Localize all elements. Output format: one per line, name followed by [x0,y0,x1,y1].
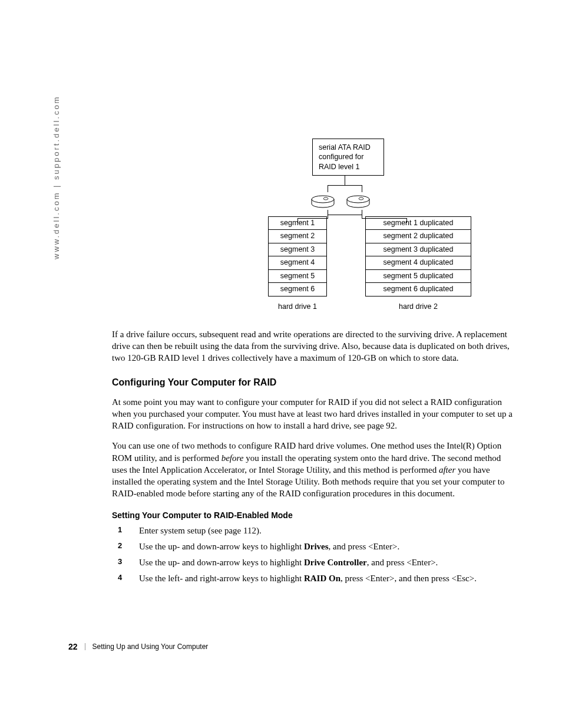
step-item: Use the up- and down-arrow keys to highl… [128,556,513,569]
step-bold: Drives [304,542,329,551]
footer-section-title: Setting Up and Using Your Computer [92,643,209,651]
step-text: Use the up- and down-arrow keys to highl… [139,542,304,551]
svg-point-1 [323,197,328,200]
segment-cell: segment 2 duplicated [365,229,471,243]
diagram-top-label: serial ATA RAID configured for RAID leve… [312,139,384,176]
step-item: Enter system setup (see page 112). [128,525,513,537]
steps-list: Enter system setup (see page 112). Use t… [128,525,513,585]
segment-column-left: segment 1 segment 2 segment 3 segment 4 … [268,217,327,297]
step-bold: Drive Controller [304,558,367,567]
step-bold: RAID On [304,574,340,583]
segment-cell: segment 2 [268,229,327,243]
segment-cell: segment 5 duplicated [365,269,471,284]
subsection-heading: Setting Your Computer to RAID-Enabled Mo… [112,510,513,520]
svg-point-3 [359,197,363,200]
step-text: , and press <Enter>. [329,542,400,551]
step-text: Use the up- and down-arrow keys to highl… [139,558,304,567]
emphasis: before [222,453,244,463]
svg-point-0 [312,196,334,203]
segment-cell: segment 6 duplicated [365,282,471,297]
segment-cell: segment 4 duplicated [365,256,471,270]
top-label-line2: configured for [319,153,363,161]
step-text: Enter system setup (see page 112). [139,526,262,535]
hard-drive-icon [346,195,371,210]
step-item: Use the up- and down-arrow keys to highl… [128,541,513,553]
emphasis: after [439,465,455,475]
segment-cell: segment 5 [268,269,327,284]
page-footer: 22 Setting Up and Using Your Computer [68,642,208,651]
footer-divider [85,643,85,650]
step-text: , and press <Enter>. [367,558,438,567]
segment-column-right: segment 1 duplicated segment 2 duplicate… [365,217,471,297]
page-content: serial ATA RAID configured for RAID leve… [112,139,513,588]
paragraph: If a drive failure occurs, subsequent re… [112,328,513,364]
drive-icons-row [305,195,376,210]
top-label-line1: serial ATA RAID [319,143,371,151]
step-text: , press <Enter>, and then press <Esc>. [340,574,477,583]
segment-cell: segment 4 [268,256,327,270]
paragraph: You can use one of two methods to config… [112,440,513,499]
hard-drive-icon [310,195,335,210]
step-text: Use the left- and right-arrow keys to hi… [139,574,304,583]
step-item: Use the left- and right-arrow keys to hi… [128,572,513,585]
svg-point-2 [347,196,369,203]
sidebar-url: www.dell.com | support.dell.com [52,95,61,259]
top-label-line3: RAID level 1 [319,163,359,171]
section-heading: Configuring Your Computer for RAID [112,377,513,388]
segment-cell: segment 6 [268,282,327,297]
segment-cell: segment 3 [268,243,327,257]
page-number: 22 [68,642,78,651]
segment-cell: segment 3 duplicated [365,243,471,257]
paragraph: At some point you may want to configure … [112,396,513,432]
raid-diagram: serial ATA RAID configured for RAID leve… [177,139,448,311]
hard-drive-2-label: hard drive 2 [365,302,471,311]
hard-drive-1-label: hard drive 1 [268,302,327,311]
